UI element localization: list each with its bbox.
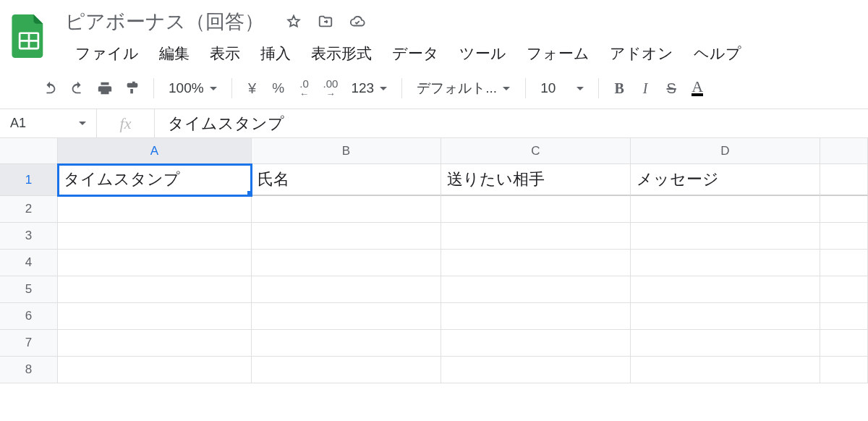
- cell-B3[interactable]: [252, 223, 441, 250]
- zoom-dropdown[interactable]: 100%: [161, 75, 224, 101]
- cell-E3[interactable]: [820, 223, 868, 250]
- cell-A7[interactable]: [58, 330, 252, 357]
- cell-D8[interactable]: [631, 357, 820, 383]
- column-header-C[interactable]: C: [441, 138, 631, 164]
- bold-button[interactable]: B: [606, 75, 632, 101]
- cell-A2[interactable]: [58, 196, 252, 223]
- cell-C2[interactable]: [441, 196, 631, 223]
- column-header-A[interactable]: A: [58, 138, 252, 164]
- cell-A1[interactable]: タイムスタンプ: [58, 164, 252, 196]
- menu-help[interactable]: ヘルプ: [684, 39, 752, 68]
- undo-icon: [42, 80, 58, 96]
- column-header-D[interactable]: D: [631, 138, 820, 164]
- decrease-decimal-button[interactable]: .0←: [292, 75, 318, 101]
- cell-E6[interactable]: [820, 303, 868, 330]
- menu-addons[interactable]: アドオン: [600, 39, 684, 68]
- menu-data[interactable]: データ: [382, 39, 449, 68]
- sheets-icon: [12, 14, 46, 58]
- menu-file[interactable]: ファイル: [65, 39, 149, 68]
- cell-C1[interactable]: 送りたい相手: [441, 164, 631, 196]
- cell-B6[interactable]: [252, 303, 441, 330]
- cell-D5[interactable]: [631, 276, 820, 303]
- row-header[interactable]: 5: [0, 276, 58, 303]
- percent-button[interactable]: %: [265, 75, 292, 101]
- row-header[interactable]: 7: [0, 330, 58, 357]
- row-header[interactable]: 8: [0, 357, 58, 383]
- cell-C7[interactable]: [441, 330, 631, 357]
- cell-A3[interactable]: [58, 223, 252, 250]
- formula-input[interactable]: タイムスタンプ: [155, 113, 868, 135]
- toolbar-separator: [525, 78, 526, 98]
- cell-D4[interactable]: [631, 250, 820, 276]
- title-menu-wrap: ピアボーナス（回答） ファイル 編集 表示 挿入 表示形式 デ: [51, 7, 752, 68]
- undo-button[interactable]: [36, 75, 64, 101]
- paint-format-button[interactable]: [119, 75, 146, 101]
- cell-C3[interactable]: [441, 223, 631, 250]
- cell-E5[interactable]: [820, 276, 868, 303]
- currency-button[interactable]: ¥: [239, 75, 265, 101]
- text-color-button[interactable]: A: [684, 75, 710, 101]
- app-logo[interactable]: [7, 7, 51, 65]
- row-header[interactable]: 3: [0, 223, 58, 250]
- cell-C4[interactable]: [441, 250, 631, 276]
- cell-A6[interactable]: [58, 303, 252, 330]
- column-header-B[interactable]: B: [252, 138, 441, 164]
- doc-title[interactable]: ピアボーナス（回答）: [65, 9, 264, 35]
- row-header[interactable]: 1: [0, 164, 58, 196]
- caret-icon: [380, 87, 387, 90]
- star-icon[interactable]: [286, 14, 302, 30]
- increase-decimal-button[interactable]: .00→: [318, 75, 344, 101]
- column-header-row: A B C D: [0, 138, 868, 164]
- cell-A5[interactable]: [58, 276, 252, 303]
- cell-D7[interactable]: [631, 330, 820, 357]
- menu-insert[interactable]: 挿入: [250, 39, 301, 68]
- cell-C8[interactable]: [441, 357, 631, 383]
- cell-E2[interactable]: [820, 196, 868, 223]
- cell-E4[interactable]: [820, 250, 868, 276]
- more-formats-dropdown[interactable]: 123: [344, 75, 394, 101]
- menu-view[interactable]: 表示: [200, 39, 250, 68]
- caret-icon: [79, 122, 86, 125]
- menu-tools[interactable]: ツール: [449, 39, 516, 68]
- cell-B2[interactable]: [252, 196, 441, 223]
- cell-D1[interactable]: メッセージ: [631, 164, 820, 196]
- redo-button[interactable]: [64, 75, 91, 101]
- cell-C6[interactable]: [441, 303, 631, 330]
- menu-form[interactable]: フォーム: [516, 39, 600, 68]
- row-header[interactable]: 6: [0, 303, 58, 330]
- menu-edit[interactable]: 編集: [149, 39, 200, 68]
- cell-B7[interactable]: [252, 330, 441, 357]
- strikethrough-button[interactable]: S: [658, 75, 684, 101]
- column-header-E[interactable]: [820, 138, 868, 164]
- font-dropdown[interactable]: デフォルト...: [409, 75, 518, 101]
- print-button[interactable]: [91, 75, 119, 101]
- select-all-corner[interactable]: [0, 138, 58, 164]
- cell-A4[interactable]: [58, 250, 252, 276]
- name-box[interactable]: A1: [0, 109, 97, 137]
- cell-E8[interactable]: [820, 357, 868, 383]
- cell-A8[interactable]: [58, 357, 252, 383]
- row-header[interactable]: 4: [0, 250, 58, 276]
- cell-B4[interactable]: [252, 250, 441, 276]
- cloud-done-icon[interactable]: [349, 14, 365, 30]
- italic-button[interactable]: I: [632, 75, 658, 101]
- cell-C5[interactable]: [441, 276, 631, 303]
- sheet-row: 4: [0, 250, 868, 276]
- cell-B1[interactable]: 氏名: [252, 164, 441, 196]
- fill-handle[interactable]: [247, 191, 252, 196]
- caret-icon: [210, 87, 217, 90]
- formula-bar: A1 fx タイムスタンプ: [0, 109, 868, 138]
- cell-D3[interactable]: [631, 223, 820, 250]
- font-size-dropdown[interactable]: 10: [533, 75, 591, 101]
- cell-B8[interactable]: [252, 357, 441, 383]
- cell-E7[interactable]: [820, 330, 868, 357]
- menu-format[interactable]: 表示形式: [301, 39, 382, 68]
- cell-D2[interactable]: [631, 196, 820, 223]
- title-row: ピアボーナス（回答）: [65, 7, 752, 39]
- row-header[interactable]: 2: [0, 196, 58, 223]
- toolbar: 100% ¥ % .0← .00→ 123 デフォルト... 10 B I S …: [0, 68, 868, 109]
- cell-D6[interactable]: [631, 303, 820, 330]
- cell-E1[interactable]: [820, 164, 868, 196]
- cell-B5[interactable]: [252, 276, 441, 303]
- move-icon[interactable]: [318, 14, 333, 30]
